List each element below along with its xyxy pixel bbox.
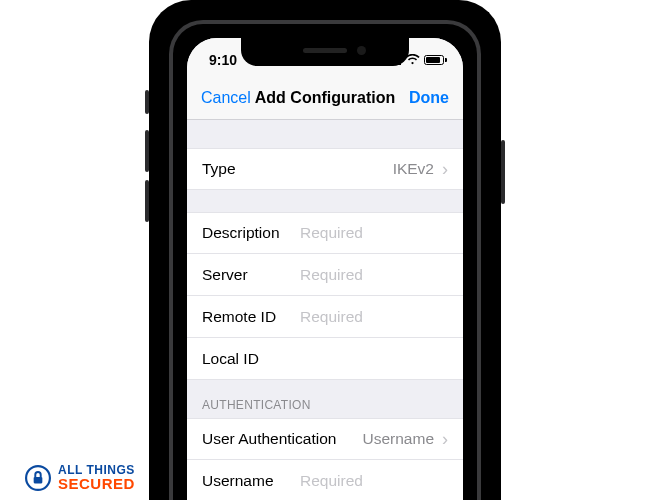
type-value: IKEv2 <box>393 160 438 178</box>
description-input[interactable]: Required <box>300 224 448 242</box>
remote-id-input[interactable]: Required <box>300 308 448 326</box>
server-row[interactable]: Server Required <box>187 254 463 296</box>
settings-list: Type IKEv2 › Description Required Server… <box>187 120 463 500</box>
description-row[interactable]: Description Required <box>187 212 463 254</box>
battery-icon <box>424 55 447 65</box>
power-button <box>501 140 505 204</box>
type-label: Type <box>202 160 236 178</box>
auth-section-header: AUTHENTICATION <box>187 380 463 418</box>
server-label: Server <box>202 266 300 284</box>
local-id-label: Local ID <box>202 350 300 368</box>
done-button[interactable]: Done <box>409 89 449 107</box>
chevron-right-icon: › <box>442 430 448 448</box>
status-time: 9:10 <box>209 46 237 68</box>
type-row[interactable]: Type IKEv2 › <box>187 148 463 190</box>
lock-icon <box>24 464 52 492</box>
user-auth-row[interactable]: User Authentication Username › <box>187 418 463 460</box>
user-auth-label: User Authentication <box>202 430 336 448</box>
nav-bar: Cancel Add Configuration Done <box>187 76 463 120</box>
username-row[interactable]: Username Required <box>187 460 463 500</box>
phone-notch <box>241 38 409 66</box>
remote-id-row[interactable]: Remote ID Required <box>187 296 463 338</box>
server-input[interactable]: Required <box>300 266 448 284</box>
chevron-right-icon: › <box>442 160 448 178</box>
phone-screen: 9:10 Cancel <box>187 38 463 500</box>
group-gap <box>187 190 463 212</box>
username-input[interactable]: Required <box>300 472 448 490</box>
brand-text: ALL THINGS SECURED <box>58 465 135 491</box>
brand-line-2: SECURED <box>58 477 135 491</box>
brand-logo: ALL THINGS SECURED <box>24 464 135 492</box>
iphone-mockup: 9:10 Cancel <box>149 0 501 500</box>
remote-id-label: Remote ID <box>202 308 300 326</box>
front-camera <box>357 46 366 55</box>
cancel-button[interactable]: Cancel <box>201 89 251 107</box>
description-label: Description <box>202 224 300 242</box>
group-gap <box>187 120 463 148</box>
svg-rect-1 <box>34 477 43 484</box>
username-label: Username <box>202 472 300 490</box>
phone-frame-outer: 9:10 Cancel <box>149 0 501 500</box>
phone-frame-inner: 9:10 Cancel <box>169 20 481 500</box>
user-auth-value: Username <box>363 430 439 448</box>
speaker-grille <box>303 48 347 53</box>
local-id-row[interactable]: Local ID <box>187 338 463 380</box>
